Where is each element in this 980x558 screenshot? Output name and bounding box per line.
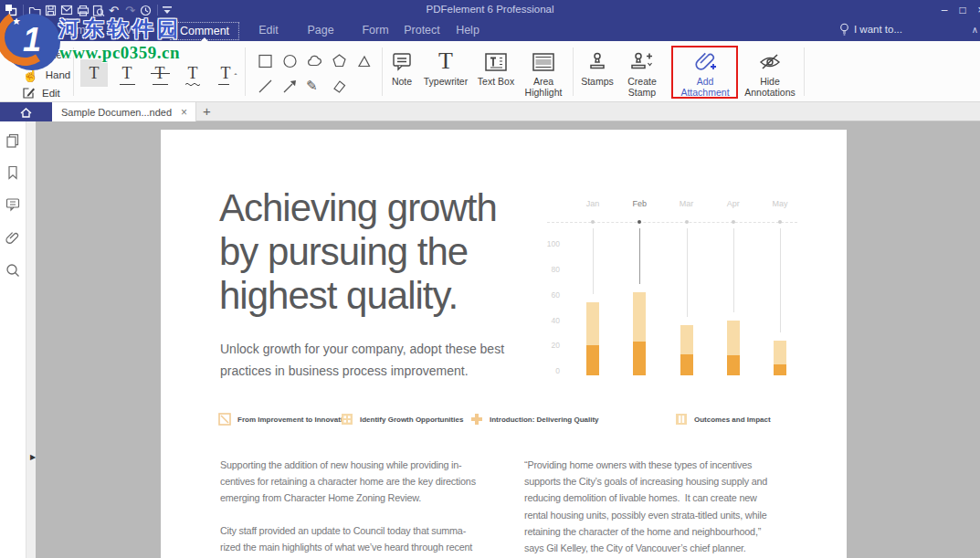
y-axis-tick-label: 20 (544, 341, 560, 350)
pdf-page[interactable]: Achieving growth by pursuing the highest… (161, 130, 847, 558)
chart-reference-dot (685, 220, 689, 224)
bar-upper-segment (680, 325, 693, 354)
typewriter-icon: T (416, 47, 475, 73)
bar-lower-segment (633, 342, 646, 375)
minimize-button[interactable]: – (937, 3, 952, 17)
menu-tab-edit[interactable]: Edit (249, 22, 288, 38)
y-axis-tick-label: 40 (544, 316, 560, 325)
y-axis-tick-label: 60 (544, 290, 560, 300)
edit-tool[interactable]: Edit (22, 86, 60, 100)
add-attachment-label: Add Attachment (674, 76, 736, 98)
underline-text-tool[interactable]: T (113, 59, 141, 87)
area-highlight-button[interactable]: Area Highlight (516, 47, 571, 98)
bar-lower-segment (586, 345, 599, 375)
tab-close-icon[interactable]: × (181, 106, 187, 119)
edit-label: Edit (42, 88, 60, 99)
chart-month-label: Feb (619, 199, 659, 208)
hide-annotations-label: Hide Annotations (740, 76, 800, 98)
squiggly-underline-tool[interactable]: T (179, 59, 206, 87)
highlight-text-tool[interactable]: T (80, 59, 108, 87)
bookmarks-icon[interactable] (5, 164, 21, 181)
maximize-button[interactable]: □ (955, 3, 970, 17)
bar-lower-segment (727, 355, 740, 375)
textbox-label: Text Box (470, 76, 522, 87)
feature-item: Outcomes and Impact (675, 413, 771, 426)
area-highlight-icon (516, 47, 571, 73)
eye-slash-icon (740, 47, 800, 73)
grid-dots-icon (341, 413, 353, 426)
create-stamp-label: Create Stamp (615, 76, 669, 98)
i-want-to-label: I want to... (854, 24, 902, 35)
body-paragraph: Supporting the addition of new housing w… (220, 457, 531, 507)
triangle-shape-tool[interactable] (355, 52, 374, 70)
insert-text-tool[interactable]: Tˆ (212, 59, 239, 87)
chart-month-label: Jan (573, 199, 613, 208)
chart-drop-line (639, 228, 640, 284)
chart-month-label: Apr (713, 199, 753, 208)
line-tool[interactable] (257, 78, 275, 96)
strikethrough-text-tool[interactable]: T (146, 59, 174, 87)
window-title: PDFelement 6 Professional (0, 4, 980, 15)
area-highlight-label: Area Highlight (516, 76, 571, 98)
chart-reference-dot (732, 220, 735, 224)
menu-tab-form[interactable]: Form (353, 22, 397, 38)
navigation-sidebar (0, 121, 26, 558)
plus-icon (470, 413, 483, 426)
home-button[interactable] (0, 102, 52, 121)
document-tab-bar: Sample Documen...nded × + (0, 102, 980, 121)
attachments-icon[interactable] (5, 229, 21, 246)
rectangle-shape-tool[interactable] (257, 52, 275, 70)
chart-drop-line (733, 228, 734, 312)
bar-upper-segment (774, 341, 786, 364)
add-attachment-button[interactable]: Add Attachment (674, 47, 736, 98)
arrow-tool[interactable] (281, 78, 300, 96)
document-tab[interactable]: Sample Documen...nded × (52, 102, 196, 121)
create-stamp-button[interactable]: Create Stamp (615, 47, 669, 98)
y-axis-tick-label: 100 (544, 239, 560, 248)
cloud-shape-tool[interactable] (306, 52, 324, 70)
main-area: ▶ Achieving growth by pursuing the highe… (0, 121, 980, 558)
pencil-tool[interactable]: ✎ (306, 78, 324, 96)
ribbon-divider (804, 47, 805, 96)
typewriter-button[interactable]: T Typewriter (416, 47, 475, 87)
lightbulb-icon (839, 23, 849, 36)
y-axis-tick-label: 0 (544, 366, 560, 375)
menu-tab-protect[interactable]: Protect (395, 22, 449, 38)
diagonal-box-icon (218, 413, 231, 426)
chart-drop-line (687, 228, 688, 317)
bar-upper-segment (633, 292, 646, 342)
collapse-ribbon-icon[interactable]: ∧ (972, 25, 978, 35)
polygon-shape-tool[interactable] (331, 52, 349, 70)
textbox-icon (470, 47, 522, 73)
menu-tab-page[interactable]: Page (298, 22, 342, 38)
hide-annotations-button[interactable]: Hide Annotations (740, 47, 800, 98)
bar-upper-segment (586, 302, 599, 345)
menu-tab-help[interactable]: Help (447, 22, 489, 38)
document-heading: Achieving growth by pursuing the highest… (219, 186, 497, 318)
comments-icon[interactable] (5, 196, 21, 213)
page-thumbnails-icon[interactable] (5, 132, 21, 149)
i-want-to[interactable]: I want to... (839, 23, 902, 36)
body-paragraph: City staff provided an update to Council… (220, 522, 531, 555)
search-icon[interactable] (5, 262, 21, 279)
feature-label: Introduction: Delivering Quality (490, 416, 599, 424)
chart-reference-dot (591, 220, 595, 224)
oval-shape-tool[interactable] (281, 52, 300, 70)
home-icon (19, 106, 33, 119)
bar-upper-segment (727, 321, 740, 356)
sidebar-gutter (26, 121, 36, 558)
new-tab-button[interactable]: + (203, 103, 211, 119)
watermark-url: www.pc0359.cn (59, 43, 180, 63)
eraser-tool[interactable] (331, 78, 349, 96)
document-canvas[interactable]: Achieving growth by pursuing the highest… (36, 121, 980, 558)
bar-lower-segment (680, 354, 693, 375)
textbox-button[interactable]: Text Box (470, 47, 522, 87)
edit-pencil-icon (22, 86, 36, 100)
feature-item: Identify Growth Opportunities (341, 413, 463, 426)
close-button[interactable]: × (974, 3, 980, 17)
feature-label: From Improvement to Innovation (237, 416, 352, 424)
chart-drop-line (780, 228, 781, 332)
bar-lower-segment (774, 364, 786, 375)
watermark-site-name: 河东软件园 (58, 15, 182, 43)
y-axis-tick-label: 80 (544, 265, 560, 274)
